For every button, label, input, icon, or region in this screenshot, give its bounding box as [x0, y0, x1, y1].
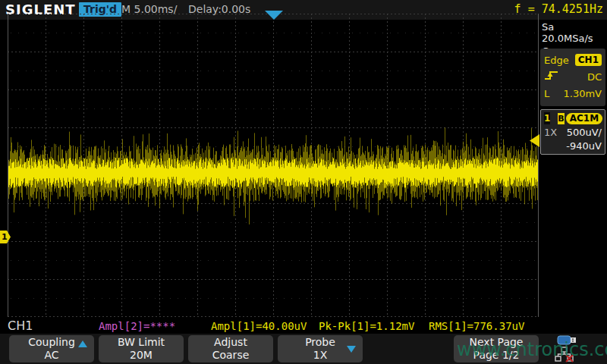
trigger-info-panel: Edge CH1 DC L 1.30mV — [540, 49, 605, 106]
next-page-button[interactable]: Next Page Page 1/2 — [454, 335, 539, 362]
active-channel-label: CH1 — [8, 318, 33, 333]
softkey-menu-bar: Coupling AC BW Limit 20M Adjust Coarse P… — [0, 334, 607, 364]
trigger-type-label: Edge — [544, 55, 569, 66]
channel-number-badge: 1 — [544, 112, 550, 124]
trigger-coupling-label: DC — [587, 71, 602, 83]
adjust-button[interactable]: Adjust Coarse — [188, 335, 273, 362]
measurement-ampl1: Ampl[1]=40.00uV — [211, 320, 307, 332]
up-arrow-icon — [78, 340, 87, 347]
coupling-button[interactable]: Coupling AC — [9, 335, 94, 362]
oscilloscope-screen: SIGLENT Trig'd M 5.00ms/ Delay:0.00s f =… — [0, 0, 607, 364]
measurement-pkpk1: Pk-Pk[1]=1.12mV — [319, 320, 414, 332]
lan-disconnected-icon — [554, 347, 577, 364]
measurement-ampl2: Ampl[2]=**** — [99, 320, 175, 332]
waveform-display-area — [8, 14, 539, 317]
trigger-level-label: L — [544, 88, 549, 99]
bandwidth-limit-badge: B — [558, 113, 564, 124]
bw-limit-button[interactable]: BW Limit 20M — [99, 335, 184, 362]
probe-button[interactable]: Probe 1X — [278, 335, 363, 362]
probe-attenuation-readout: 1X — [544, 127, 557, 138]
trigger-source-badge: CH1 — [575, 54, 602, 66]
channel-coupling-badge: AC1M — [566, 113, 602, 124]
down-arrow-icon — [347, 346, 356, 353]
waveform-canvas — [8, 14, 539, 317]
channel-offset-readout: -940uV — [566, 140, 602, 152]
volts-per-div-readout: 500uV/ — [567, 127, 602, 138]
channel1-info-panel: 1 B AC1M 1X 500uV/ -940uV — [540, 109, 605, 155]
sample-rate-readout: Sa 20.0MSa/s — [540, 20, 607, 44]
right-info-sidebar: Sa 20.0MSa/s Curr 1.40Mpts Edge CH1 DC L… — [540, 20, 607, 317]
measurement-rms1: RMS[1]=776.37uV — [429, 320, 524, 332]
trigger-level-value: 1.30mV — [563, 88, 602, 99]
rising-edge-icon — [544, 70, 559, 83]
measurements-row: CH1 Ampl[2]=**** Ampl[1]=40.00uV Pk-Pk[1… — [0, 317, 607, 334]
